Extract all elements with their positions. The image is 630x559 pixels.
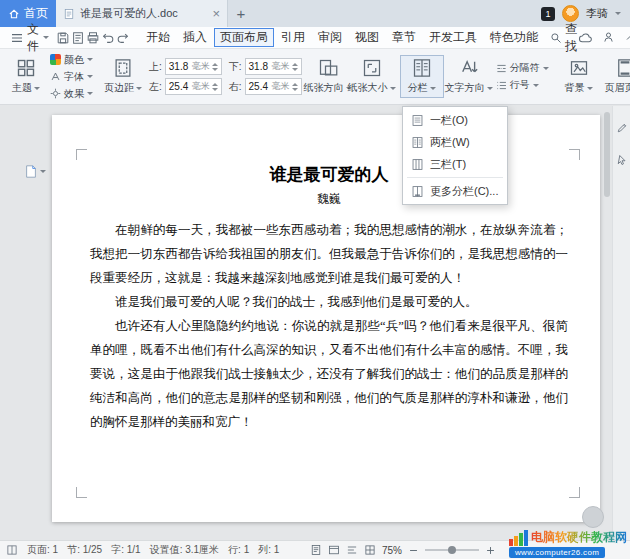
spinner[interactable] — [212, 83, 218, 91]
share-icon[interactable] — [602, 31, 615, 44]
background-button[interactable]: 背景 — [557, 55, 601, 98]
fonts-button[interactable]: 字体 — [48, 70, 95, 84]
margins-button[interactable]: 页边距 — [101, 55, 145, 98]
home-icon — [8, 8, 20, 20]
margin-top-input[interactable]: 31.8 毫米 — [165, 58, 222, 75]
site-watermark: 电脑软硬件教程网 www.computer26.com — [509, 529, 627, 558]
find-button[interactable]: 查找 — [550, 21, 577, 55]
breaks-button[interactable]: 分隔符 — [494, 61, 551, 75]
margin-right-input[interactable]: 25.4 毫米 — [245, 78, 302, 95]
save-icon[interactable] — [56, 29, 70, 46]
menu-item-two-columns[interactable]: 两栏(W) — [403, 131, 507, 153]
menu-bar: 文件 开始 插入 页面布局 引用 审阅 视图 章节 开发工具 特色功能 — [0, 27, 630, 49]
search-icon — [550, 32, 562, 44]
line-numbers-button[interactable]: 行号 — [494, 78, 551, 92]
site-name: 电脑软硬件教程网 — [531, 529, 627, 546]
chevron-down-icon — [87, 58, 93, 61]
margin-bottom-input[interactable]: 31.8 毫米 — [245, 58, 302, 75]
tab-references[interactable]: 引用 — [275, 28, 311, 47]
document-paragraph[interactable]: 谁是我们最可爱的人呢？我们的战士，我感到他们是最可爱的人。 — [90, 290, 568, 314]
paper-orientation-label: 纸张方向 — [304, 81, 344, 95]
tab-insert[interactable]: 插入 — [177, 28, 213, 47]
text-direction-button[interactable]: 文字方向 — [444, 55, 494, 98]
chevron-down-icon — [543, 67, 549, 70]
paper-orientation-button[interactable]: 纸张方向 — [306, 55, 350, 98]
zoom-percentage[interactable]: 75% — [382, 545, 402, 556]
background-icon — [569, 58, 589, 78]
tab-developer[interactable]: 开发工具 — [423, 28, 483, 47]
line-numbers-label: 行号 — [510, 78, 530, 92]
undo-icon[interactable] — [101, 29, 115, 46]
breaks-label: 分隔符 — [510, 61, 540, 75]
right-tool-strip — [612, 106, 630, 540]
status-words[interactable]: 字: 1/1 — [111, 543, 140, 557]
margin-crop-mark — [76, 149, 87, 160]
text-direction-label: 文字方向 — [445, 81, 485, 95]
menu-item-more-columns[interactable]: 更多分栏(C)... — [403, 180, 507, 202]
zoom-slider[interactable] — [425, 549, 479, 551]
scrollbar-thumb[interactable] — [604, 112, 610, 197]
chevron-down-icon — [430, 87, 436, 90]
print-layout-view-icon[interactable] — [310, 544, 322, 556]
document-paragraph[interactable]: 在朝鲜的每一天，我都被一些东西感动着；我的思想感情的潮水，在放纵奔流着；我想把一… — [90, 218, 568, 290]
tab-page-layout[interactable]: 页面布局 — [214, 28, 274, 47]
effects-label: 效果 — [64, 87, 84, 101]
header-footer-button[interactable]: 页眉页脚 — [601, 55, 630, 98]
chevron-down-icon — [43, 36, 49, 39]
outline-view-icon[interactable] — [346, 544, 358, 556]
margin-left-input[interactable]: 25.4 毫米 — [165, 78, 222, 95]
user-avatar[interactable] — [562, 5, 579, 22]
theme-button[interactable]: 主题 — [4, 55, 48, 98]
select-cursor-icon[interactable] — [616, 154, 628, 166]
spinner[interactable] — [212, 63, 218, 71]
zoom-out-icon[interactable] — [408, 545, 419, 556]
zoom-slider-thumb[interactable] — [448, 546, 456, 554]
margin-bottom-field: 下: 31.8 毫米 — [229, 58, 302, 75]
paper-size-button[interactable]: 纸张大小 — [350, 55, 394, 98]
document-tab[interactable]: 谁是最可爱的人.doc × — [56, 0, 228, 27]
collapse-ribbon-icon[interactable] — [624, 32, 630, 44]
book-icon — [6, 544, 18, 556]
background-group: 背景 页眉页脚 — [554, 52, 630, 101]
floating-assistant-button[interactable] — [582, 506, 604, 528]
close-tab-icon[interactable]: × — [212, 7, 220, 20]
status-section: 节: 1/25 — [67, 543, 102, 557]
document-page[interactable]: 谁是最可爱的人 魏巍 在朝鲜的每一天，我都被一些东西感动着；我的思想感情的潮水，… — [52, 115, 600, 522]
tab-section[interactable]: 章节 — [386, 28, 422, 47]
file-menu-button[interactable]: 文件 — [5, 21, 55, 55]
web-layout-view-icon[interactable] — [328, 544, 340, 556]
cloud-sync-icon[interactable] — [578, 31, 593, 44]
wps-writer-window: 首页 谁是最可爱的人.doc × + 1 李骑 文件 — [0, 0, 630, 559]
columns-button[interactable]: 分栏 — [400, 55, 444, 98]
zoom-in-icon[interactable] — [485, 545, 496, 556]
vertical-scrollbar[interactable] — [603, 108, 611, 538]
tab-review[interactable]: 审阅 — [312, 28, 348, 47]
export-icon[interactable] — [71, 29, 85, 46]
chevron-down-icon[interactable] — [615, 12, 621, 15]
redo-icon[interactable] — [116, 29, 130, 46]
theme-label: 主题 — [12, 81, 32, 95]
page-notes-button[interactable] — [24, 164, 46, 179]
new-tab-button[interactable]: + — [228, 0, 254, 27]
tab-view[interactable]: 视图 — [349, 28, 385, 47]
document-paragraph[interactable]: 也许还有人心里隐隐约约地说：你说的就是那些“兵”吗？他们看来是很平凡、很简单的哩… — [90, 314, 568, 434]
margins-label: 页边距 — [104, 81, 134, 95]
columns-label: 分栏 — [408, 81, 428, 95]
effects-button[interactable]: 效果 — [48, 87, 95, 101]
user-name[interactable]: 李骑 — [586, 6, 608, 21]
columns-dropdown-menu: 一栏(O) 两栏(W) 三栏(T) 更多分栏(C)... — [402, 106, 508, 205]
tab-start[interactable]: 开始 — [140, 28, 176, 47]
spinner[interactable] — [292, 63, 298, 71]
chevron-down-icon — [87, 75, 93, 78]
edit-pen-icon[interactable] — [616, 122, 628, 134]
print-icon[interactable] — [86, 29, 100, 46]
margin-top-label: 上: — [149, 60, 162, 74]
tab-special-features[interactable]: 特色功能 — [484, 28, 544, 47]
menu-item-one-column[interactable]: 一栏(O) — [403, 109, 507, 131]
colors-button[interactable]: 颜色 — [48, 53, 95, 67]
menu-item-three-columns[interactable]: 三栏(T) — [403, 153, 507, 175]
header-footer-label: 页眉页脚 — [605, 81, 630, 95]
spinner[interactable] — [292, 83, 298, 91]
notification-badge[interactable]: 1 — [541, 7, 555, 21]
fullscreen-view-icon[interactable] — [364, 544, 376, 556]
